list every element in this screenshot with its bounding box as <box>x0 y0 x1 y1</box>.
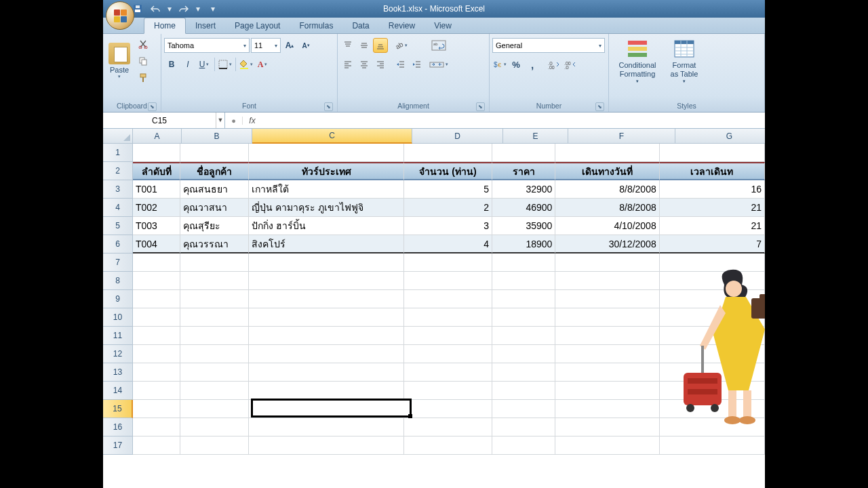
increase-indent-icon[interactable] <box>410 57 425 72</box>
cell[interactable]: 18900 <box>492 235 555 253</box>
wrap-text-icon[interactable]: ab <box>429 38 449 53</box>
col-header-E[interactable]: E <box>503 129 568 144</box>
cell[interactable] <box>249 144 404 162</box>
accounting-format-icon[interactable]: $€ <box>492 57 507 72</box>
cell[interactable]: ราคา <box>492 162 555 180</box>
tab-review[interactable]: Review <box>379 18 425 33</box>
row-header[interactable]: 4 <box>103 199 133 217</box>
cell[interactable]: 30/12/2008 <box>555 235 659 253</box>
decrease-indent-icon[interactable] <box>393 57 408 72</box>
select-all-corner[interactable] <box>103 129 133 144</box>
row-header[interactable]: 8 <box>103 272 133 290</box>
cell[interactable] <box>404 345 492 363</box>
cell[interactable] <box>180 345 249 363</box>
cell[interactable] <box>492 327 555 345</box>
cell[interactable] <box>660 253 765 272</box>
cell[interactable]: 8/8/2008 <box>555 180 659 199</box>
cell[interactable] <box>555 308 659 327</box>
cell[interactable] <box>249 253 404 272</box>
cell[interactable]: 4/10/2008 <box>555 217 659 235</box>
cell[interactable] <box>555 363 659 382</box>
row-header[interactable]: 13 <box>103 363 133 382</box>
conditional-formatting-button[interactable]: Conditional Formatting▾ <box>612 35 663 87</box>
clipboard-dialog-icon[interactable]: ⬊ <box>148 102 157 111</box>
row-header[interactable]: 3 <box>103 180 133 199</box>
col-header-B[interactable]: B <box>182 129 252 144</box>
cell[interactable] <box>660 382 765 400</box>
cell[interactable]: คุณสุรียะ <box>180 217 249 235</box>
fill-color-icon[interactable] <box>239 57 254 72</box>
format-as-table-button[interactable]: Format as Table▾ <box>665 35 704 87</box>
cell[interactable] <box>660 144 765 162</box>
borders-icon[interactable] <box>218 57 233 72</box>
name-box-input[interactable] <box>103 116 216 125</box>
number-format-select[interactable]: General▾ <box>492 38 605 53</box>
cell[interactable]: สิงคโปร์ <box>249 235 404 253</box>
cell[interactable] <box>133 253 180 272</box>
cell[interactable] <box>492 290 555 308</box>
cell[interactable]: เวลาเดินท <box>660 162 765 180</box>
align-center-icon[interactable] <box>357 57 372 72</box>
cell[interactable]: 5 <box>404 180 492 199</box>
cell[interactable]: 46900 <box>492 199 555 217</box>
tab-formulas[interactable]: Formulas <box>290 18 342 33</box>
font-dialog-icon[interactable]: ⬊ <box>324 102 333 111</box>
fx-icon[interactable]: fx <box>243 116 262 125</box>
cell[interactable] <box>555 327 659 345</box>
row-header[interactable]: 2 <box>103 162 133 180</box>
format-painter-icon[interactable] <box>136 70 151 85</box>
font-family-select[interactable]: Tahoma▾ <box>164 38 250 53</box>
cell[interactable] <box>404 382 492 400</box>
row-header[interactable]: 1 <box>103 144 133 162</box>
cell[interactable] <box>180 308 249 327</box>
cell[interactable] <box>249 382 404 400</box>
percent-icon[interactable]: % <box>509 57 524 72</box>
cell[interactable]: 35900 <box>492 217 555 235</box>
tab-insert[interactable]: Insert <box>186 18 225 33</box>
cell[interactable]: 32900 <box>492 180 555 199</box>
cell[interactable] <box>404 400 492 418</box>
cell[interactable] <box>660 272 765 290</box>
cell[interactable]: เกาหลีใต้ <box>249 180 404 199</box>
merge-center-icon[interactable] <box>429 57 449 72</box>
cells-area[interactable]: ลำดับที่ชื่อลูกค้าทัวร์ประเทศจำนวน (ท่าน… <box>133 144 765 488</box>
undo-dropdown-icon[interactable]: ▾ <box>165 2 174 16</box>
cell[interactable]: จำนวน (ท่าน) <box>404 162 492 180</box>
font-color-icon[interactable]: A <box>255 57 270 72</box>
cell[interactable] <box>492 436 555 455</box>
worksheet-grid[interactable]: ABCDEFG 1234567891011121314151617 ลำดับท… <box>103 129 765 488</box>
copy-icon[interactable] <box>136 54 151 68</box>
name-box-dropdown-icon[interactable]: ▼ <box>216 113 224 128</box>
cell[interactable]: ลำดับที่ <box>133 162 180 180</box>
col-header-C[interactable]: C <box>252 129 412 144</box>
cell[interactable] <box>404 253 492 272</box>
cell[interactable] <box>555 272 659 290</box>
cell[interactable] <box>404 436 492 455</box>
row-header[interactable]: 7 <box>103 253 133 272</box>
cell[interactable]: คุณสนธยา <box>180 180 249 199</box>
cell[interactable] <box>404 272 492 290</box>
cell[interactable] <box>133 400 180 418</box>
cell[interactable] <box>133 345 180 363</box>
tab-view[interactable]: View <box>425 18 461 33</box>
cell[interactable] <box>249 290 404 308</box>
cell[interactable] <box>180 363 249 382</box>
font-size-select[interactable]: 11▾ <box>251 38 281 53</box>
cell[interactable] <box>249 327 404 345</box>
cell[interactable]: ชื่อลูกค้า <box>180 162 249 180</box>
row-header[interactable]: 5 <box>103 217 133 235</box>
cell[interactable]: T003 <box>133 217 180 235</box>
cell[interactable] <box>249 400 404 418</box>
cell[interactable]: T004 <box>133 235 180 253</box>
cell[interactable] <box>555 144 659 162</box>
underline-button[interactable]: U <box>197 57 212 72</box>
cell[interactable] <box>492 308 555 327</box>
cell[interactable] <box>492 272 555 290</box>
cell[interactable] <box>249 272 404 290</box>
row-header[interactable]: 16 <box>103 418 133 436</box>
align-bottom-icon[interactable] <box>373 38 388 53</box>
cell[interactable] <box>133 382 180 400</box>
cell[interactable] <box>180 290 249 308</box>
cell[interactable] <box>133 308 180 327</box>
align-left-icon[interactable] <box>340 57 355 72</box>
